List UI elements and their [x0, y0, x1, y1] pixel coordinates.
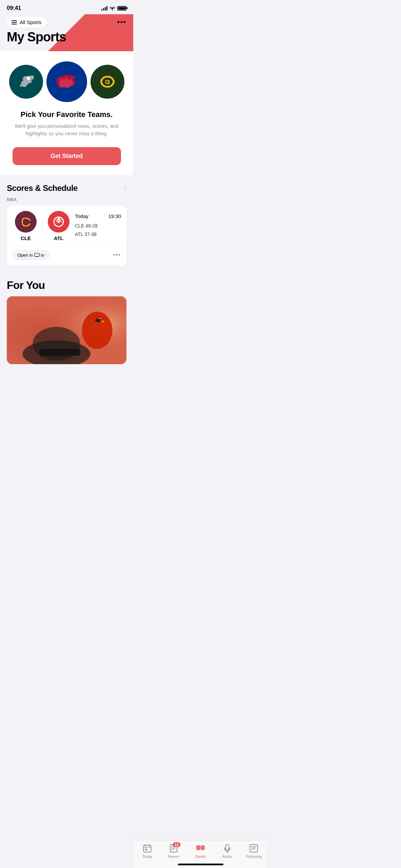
news-card-image: [7, 296, 126, 364]
header-top: All Sports •••: [7, 17, 126, 27]
svg-point-3: [68, 78, 69, 79]
eagles-team-icon: [14, 70, 38, 94]
bills-team-icon: [53, 67, 81, 96]
battery-icon: [117, 6, 126, 11]
apple-tv-icon: [34, 253, 40, 257]
pick-teams-title: Pick Your Favorite Teams.: [21, 110, 113, 119]
packers-logo: [91, 65, 124, 99]
get-started-button[interactable]: Get Started: [13, 147, 121, 165]
scores-section-header: Scores & Schedule ›: [7, 183, 126, 193]
all-sports-label: All Sports: [20, 19, 41, 25]
open-in-tv-label: Open in: [17, 253, 33, 258]
game-teams: CLE A: [12, 211, 121, 241]
team-cle-col: CLE: [12, 211, 39, 241]
signal-icon: [101, 6, 107, 11]
apple-tv-label: tv: [41, 253, 44, 258]
game-card-bottom: Open in tv •••: [12, 246, 121, 260]
game-time: 19:30: [108, 213, 121, 219]
wifi-icon: [109, 6, 115, 11]
hamburger-icon: [12, 20, 17, 24]
svg-point-7: [18, 214, 33, 229]
more-options-header-button[interactable]: •••: [117, 18, 126, 26]
teams-section: Pick Your Favorite Teams. We'll give you…: [0, 51, 133, 175]
game-info-header: Today 19:30: [75, 213, 121, 219]
team-atl-abbr: ATL: [54, 235, 63, 241]
hawks-logo: [48, 211, 69, 233]
game-info: Today 19:30 CLE 48-28 ATL 37-38: [72, 213, 121, 239]
status-bar: 09:41: [0, 0, 133, 14]
page-title: My Sports: [7, 30, 126, 44]
pick-teams-subtitle: We'll give you personalized news, scores…: [13, 122, 121, 138]
team-divider: [42, 214, 42, 238]
game-card: CLE A: [7, 205, 126, 265]
header: All Sports ••• My Sports: [0, 14, 133, 51]
game-records: CLE 48-28 ATL 37-38: [75, 222, 121, 239]
scores-section: Scores & Schedule › NBA CLE: [0, 175, 133, 265]
status-icons: [101, 6, 126, 11]
team-cle-abbr: CLE: [21, 235, 31, 241]
open-in-tv-button[interactable]: Open in tv: [12, 250, 49, 260]
cavaliers-icon: [18, 214, 33, 229]
team-logos: [9, 61, 124, 102]
packers-team-icon: [96, 70, 119, 94]
scores-title: Scores & Schedule: [7, 183, 78, 193]
league-label: NBA: [7, 197, 126, 202]
team1-record: CLE 48-28: [75, 222, 121, 230]
team2-record: ATL 37-38: [75, 230, 121, 239]
eagles-logo: [9, 65, 43, 99]
bills-logo: [46, 61, 87, 102]
svg-point-0: [112, 9, 113, 10]
status-time: 09:41: [7, 5, 21, 12]
for-you-section: For You: [0, 272, 133, 364]
hawks-icon: [51, 214, 66, 229]
news-image-svg: [7, 296, 126, 364]
game-more-options-button[interactable]: •••: [113, 252, 121, 258]
game-date: Today: [75, 213, 88, 219]
svg-rect-12: [35, 253, 39, 256]
svg-rect-17: [40, 349, 80, 356]
for-you-title: For You: [7, 279, 126, 292]
team-atl-col: ATL: [45, 211, 72, 241]
all-sports-button[interactable]: All Sports: [7, 17, 46, 27]
news-card[interactable]: [7, 296, 126, 364]
cavaliers-logo: [15, 211, 37, 233]
scores-chevron-icon[interactable]: ›: [124, 184, 126, 192]
